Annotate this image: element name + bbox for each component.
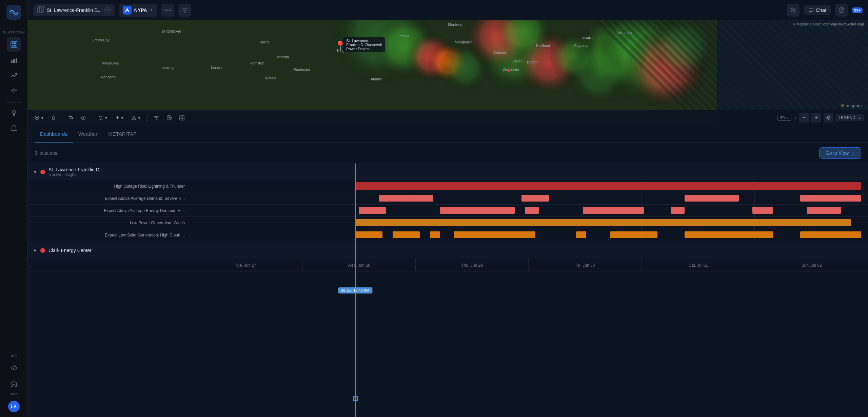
app-logo[interactable] — [6, 5, 21, 20]
bar-5-4 — [454, 231, 535, 238]
gantt-label-5: Expect Low Solar Generation: High Cloud … — [28, 233, 189, 238]
north-indicator: ↑ — [794, 115, 796, 120]
go-to-view-btn[interactable]: Go to View → — [819, 147, 861, 159]
location-header-2[interactable]: ▼ Clark Energy Center — [28, 242, 868, 259]
svg-point-22 — [839, 7, 844, 13]
map-sidebar-icon[interactable] — [7, 37, 21, 52]
wind-tool[interactable] — [65, 114, 76, 121]
bar-3-6 — [752, 207, 773, 214]
filter-btn[interactable] — [178, 4, 191, 17]
tab-location-name: St. Lawrence-Franklin D... — [47, 7, 102, 13]
storm-tool[interactable] — [78, 114, 88, 121]
bar-5-1 — [355, 231, 382, 238]
location-insights-1: 5 active insights — [48, 172, 863, 177]
bulb-sidebar-icon[interactable] — [7, 106, 21, 120]
tab-metar-taf[interactable]: METAR/TAF — [103, 126, 142, 143]
svg-point-26 — [81, 116, 85, 120]
help-btn[interactable] — [835, 4, 848, 17]
map-tool-separator-1 — [62, 114, 62, 122]
map-area: © Mapbox © OpenStreetMap Improve this ma… — [28, 20, 868, 126]
bar-4-1 — [355, 219, 851, 226]
svg-point-15 — [165, 10, 166, 11]
gantt-track-1 — [189, 180, 868, 192]
avatar[interactable]: LA — [8, 401, 20, 412]
analytics-sidebar-icon[interactable] — [7, 69, 21, 83]
legend-chevron: ▲ — [858, 116, 861, 120]
location-pin-1 — [40, 170, 45, 174]
more-options-btn[interactable] — [161, 4, 174, 17]
location-sidebar-icon[interactable] — [7, 84, 21, 98]
svg-rect-20 — [184, 12, 186, 13]
gantt-label-4: Low Power Generation: Winds — [28, 221, 189, 225]
api-label: API — [11, 354, 17, 358]
svg-rect-1 — [11, 41, 17, 48]
docs-label[interactable]: docs — [10, 392, 18, 396]
bar-1-1 — [355, 182, 861, 190]
date-sun-jul02: Sun, Jul 02 — [755, 259, 868, 271]
drop-tool[interactable] — [49, 114, 58, 121]
tab-weather[interactable]: Weather — [73, 126, 103, 143]
date-fri-jun30: Fri, Jun 30 — [528, 259, 642, 271]
gantt-row-5: Expect Low Solar Generation: High Cloud … — [28, 229, 868, 241]
bottom-panel: Dashboards Weather METAR/TAF 3 locations… — [28, 126, 868, 417]
date-thu-jun29: Thu, Jun 29 — [415, 259, 529, 271]
location-tool[interactable]: ▼ — [32, 114, 47, 121]
map-tab[interactable]: St. Lawrence-Franklin D... ✕ — [33, 4, 115, 16]
bar-3-3 — [525, 207, 538, 214]
gantt-label-3: Expect Above Average Energy Demand: Hi..… — [28, 208, 189, 213]
location-header-1[interactable]: ▼ St. Lawrence-Franklin D.... 5 active i… — [28, 164, 868, 180]
bar-2-2 — [521, 195, 549, 202]
gantt-track-2 — [189, 192, 868, 204]
nypa-label: NYPA — [134, 7, 147, 13]
location-group-2: ▼ Clark Energy Center — [28, 242, 868, 259]
topbar: St. Lawrence-Franklin D... ✕ NYPA ▼ — [28, 0, 868, 20]
expand-icon-1: ▼ — [33, 170, 37, 174]
map-settings-btn[interactable] — [824, 113, 833, 122]
gantt-label-1: High Outage Risk: Lightning & Thunder — [28, 184, 189, 189]
chat-btn[interactable]: Chat — [804, 5, 831, 15]
zoom-in-btn[interactable]: + — [811, 113, 821, 122]
current-time-tooltip: 26 Jun 12:42 PM — [338, 287, 372, 293]
svg-point-10 — [12, 110, 16, 114]
settings-topbar-btn[interactable] — [787, 4, 800, 17]
svg-point-16 — [167, 10, 169, 11]
notification-badge[interactable]: 99+ — [852, 7, 863, 13]
location-name-1: St. Lawrence-Franklin D.... — [48, 167, 863, 172]
svg-point-29 — [156, 119, 157, 120]
svg-marker-12 — [38, 6, 44, 13]
svg-point-21 — [792, 9, 794, 11]
bar-3-1 — [359, 207, 386, 214]
nypa-badge[interactable]: NYPA ▼ — [119, 4, 157, 17]
zoom-out-btn[interactable]: − — [799, 113, 809, 122]
platform-label: PLATFORM — [2, 31, 25, 35]
svg-point-25 — [36, 117, 38, 118]
timeline-container[interactable]: ▼ St. Lawrence-Franklin D.... 5 active i… — [28, 164, 868, 417]
chat-label: Chat — [816, 7, 827, 13]
cycle-tool[interactable]: ▼ — [96, 114, 111, 121]
code-sidebar-icon[interactable] — [7, 361, 21, 375]
gantt-track-5 — [189, 229, 868, 241]
expand-icon-2: ▼ — [33, 249, 37, 252]
close-tab-btn[interactable]: ✕ — [104, 7, 111, 13]
map-toolbar: ▼ ▼ ▼ — [28, 110, 868, 126]
timeline-header: Tue, Jun 27 Wed, Jun 28 Thu, Jun 29 Fri,… — [28, 259, 868, 271]
legend-btn[interactable]: LEGEND ▲ — [836, 114, 864, 121]
svg-point-38 — [828, 117, 829, 119]
home-sidebar-icon[interactable] — [7, 376, 21, 391]
grid-tool[interactable] — [177, 114, 187, 122]
gantt-row-1: High Outage Risk: Lightning & Thunder — [28, 180, 868, 192]
location-group-1: ▼ St. Lawrence-Franklin D.... 5 active i… — [28, 164, 868, 241]
sidebar-divider-1 — [5, 102, 22, 103]
gantt-row-2: Expect Above Average Demand: Severe H... — [28, 192, 868, 205]
svg-point-40 — [841, 104, 844, 107]
plus-circle-tool[interactable] — [164, 114, 175, 122]
chart-sidebar-icon[interactable] — [7, 53, 21, 67]
warning-tool[interactable]: ▼ — [129, 114, 144, 121]
location-name-2: Clark Energy Center — [48, 248, 92, 253]
wifi-tool[interactable] — [151, 114, 162, 121]
bell-sidebar-icon[interactable] — [7, 121, 21, 135]
tab-dashboards[interactable]: Dashboards — [35, 126, 73, 143]
current-time-handle[interactable] — [353, 396, 358, 401]
sidebar-divider-2 — [9, 351, 18, 351]
lightning-tool[interactable]: ▼ — [113, 114, 127, 121]
